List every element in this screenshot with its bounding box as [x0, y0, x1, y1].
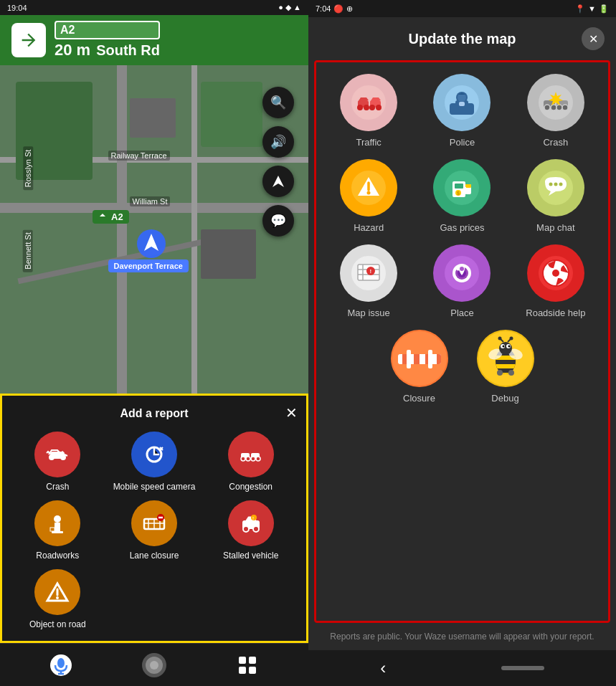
- nav-banner: A2 20 m South Rd: [0, 15, 308, 65]
- report-item-crash[interactable]: Crash: [14, 432, 102, 492]
- report-item-speed-camera[interactable]: Mobile speed camera: [110, 432, 199, 492]
- roadside-help-label: Roadside help: [526, 308, 585, 318]
- svg-point-59: [544, 105, 550, 110]
- bennett-st-label: Bennett St: [22, 229, 32, 272]
- lane-closure-icon: [131, 500, 177, 546]
- volume-button[interactable]: 🔊: [262, 126, 294, 158]
- direction-button[interactable]: [262, 166, 294, 197]
- svg-text:!: !: [252, 516, 254, 520]
- svg-point-114: [508, 370, 514, 376]
- svg-point-104: [499, 342, 512, 355]
- map-issue-label: Map issue: [348, 308, 390, 318]
- svg-rect-96: [407, 350, 411, 368]
- mic-button[interactable]: [44, 648, 78, 682]
- map-chat-icon: [527, 159, 584, 216]
- map-a2-badge: A2: [93, 210, 129, 224]
- report-item-object-on-road[interactable]: Object on road: [14, 569, 102, 629]
- report-item-congestion[interactable]: Congestion: [207, 432, 295, 492]
- update-item-crash[interactable]: Crash: [515, 74, 597, 148]
- location-pin: [136, 228, 167, 262]
- update-item-hazard[interactable]: Hazard: [328, 159, 409, 233]
- map-area: Railway Terrace William St Bennett St Ro…: [0, 65, 308, 394]
- svg-point-77: [554, 183, 557, 186]
- bottom-nav-right: ‹: [308, 650, 616, 686]
- svg-rect-39: [239, 657, 246, 664]
- update-item-closure[interactable]: Closure: [391, 330, 448, 404]
- update-header: Update the map ✕: [308, 17, 616, 60]
- svg-text:$: $: [457, 191, 460, 196]
- update-item-police[interactable]: Police: [421, 74, 503, 148]
- closure-icon: [391, 330, 448, 387]
- svg-rect-40: [249, 657, 256, 664]
- svg-point-38: [150, 661, 158, 670]
- nav-street: South Rd: [96, 42, 160, 59]
- nav-pill: [501, 666, 544, 670]
- battery-icon: 🔋: [599, 4, 609, 14]
- svg-text:!: !: [370, 268, 372, 275]
- object-on-road-icon: [34, 569, 80, 615]
- stalled-vehicle-label: Stalled vehicle: [223, 551, 278, 561]
- svg-marker-2: [273, 176, 284, 187]
- bottom-row: Closure: [328, 330, 597, 404]
- svg-point-48: [369, 105, 375, 110]
- svg-point-66: [367, 191, 371, 195]
- status-right: 📍 ▼ 🔋: [575, 4, 609, 14]
- status-dot: 🔴: [333, 4, 343, 14]
- report-grid: Crash Mobile speed camera: [14, 432, 295, 629]
- police-label: Police: [450, 137, 475, 148]
- svg-point-88: [460, 267, 464, 271]
- back-button[interactable]: ‹: [380, 658, 386, 678]
- svg-point-91: [552, 270, 559, 277]
- left-panel: 19:04 ● ◆ ▲ A2 20 m South Rd: [0, 0, 308, 686]
- report-item-stalled-vehicle[interactable]: ! Stalled vehicle: [207, 500, 295, 561]
- report-close-button[interactable]: ✕: [285, 404, 298, 421]
- time-left: 19:04: [7, 4, 27, 12]
- report-button[interactable]: 💬: [262, 205, 294, 237]
- update-item-map-issue[interactable]: ! Map issue: [328, 244, 409, 318]
- report-item-lane-closure[interactable]: Lane closure: [110, 500, 199, 561]
- svg-point-11: [251, 457, 255, 461]
- apps-button[interactable]: [230, 648, 265, 682]
- update-item-roadside-help[interactable]: Roadside help: [515, 244, 597, 318]
- bottom-nav-left: [0, 643, 308, 686]
- stalled-vehicle-icon: !: [228, 500, 274, 546]
- svg-point-10: [246, 457, 250, 461]
- svg-point-49: [376, 105, 382, 110]
- rosslyn-st-label: Rosslyn St: [23, 147, 33, 191]
- report-item-roadworks[interactable]: Roadworks: [14, 500, 102, 561]
- svg-point-76: [549, 183, 552, 186]
- place-label: Place: [450, 308, 474, 318]
- road-badge: A2: [55, 21, 160, 39]
- update-item-debug[interactable]: Debug: [477, 330, 534, 404]
- police-icon: [433, 74, 491, 131]
- map-issue-icon: !: [340, 244, 397, 302]
- right-panel: 7:04 🔴 ⊕ 📍 ▼ 🔋 Update the map ✕: [308, 0, 616, 686]
- svg-point-108: [508, 346, 510, 348]
- status-left: 7:04 🔴 ⊕: [316, 4, 353, 14]
- update-item-gas-prices[interactable]: $ Gas prices: [421, 159, 503, 233]
- debug-label: Debug: [491, 393, 518, 404]
- close-button[interactable]: ✕: [582, 27, 605, 50]
- speed-camera-label: Mobile speed camera: [113, 482, 196, 492]
- update-item-place[interactable]: Place: [421, 244, 503, 318]
- status-bar-right: 7:04 🔴 ⊕ 📍 ▼ 🔋: [308, 0, 616, 17]
- roadworks-label: Roadworks: [36, 551, 79, 561]
- update-item-map-chat[interactable]: Map chat: [515, 159, 597, 233]
- signal-icon: ▼: [588, 4, 596, 13]
- nav-arrow-icon: [11, 23, 46, 57]
- search-button[interactable]: 🔍: [262, 87, 294, 118]
- traffic-label: Traffic: [356, 137, 381, 148]
- svg-point-61: [556, 105, 562, 110]
- crash-icon-right: [527, 74, 584, 131]
- update-item-traffic[interactable]: Traffic: [328, 74, 409, 148]
- footer-text: Reports are public. Your Waze username w…: [308, 623, 616, 650]
- svg-rect-42: [249, 667, 256, 674]
- svg-point-107: [502, 346, 504, 348]
- roadside-help-icon: [527, 244, 584, 302]
- svg-point-62: [562, 105, 568, 110]
- svg-rect-14: [55, 523, 60, 531]
- hazard-icon: [340, 159, 397, 216]
- map-chat-label: Map chat: [536, 222, 574, 233]
- home-button[interactable]: [137, 648, 171, 682]
- svg-rect-55: [459, 102, 465, 106]
